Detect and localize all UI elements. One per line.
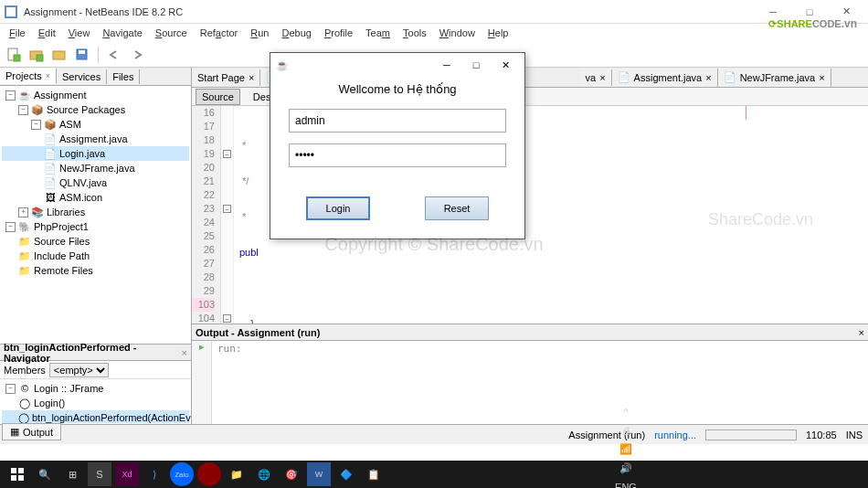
tray-up-icon[interactable]: ^ [623,407,628,418]
run-icon[interactable]: ▸ [192,341,211,357]
tab-files[interactable]: Files [107,69,140,84]
sublime-icon[interactable]: S [88,462,111,486]
output-icon: ▦ [10,426,19,438]
java-icon: 📄 [44,133,57,145]
svg-rect-8 [79,50,85,54]
tree-php-source[interactable]: 📁Source Files [2,234,189,249]
members-select[interactable]: <empty> [49,363,109,377]
password-input[interactable] [289,143,506,167]
tree-file-assigment[interactable]: 📄Assigment.java [2,132,189,146]
save-all-button[interactable] [72,45,92,65]
tree-node-assignment[interactable]: −☕Assignment [2,88,189,102]
tray-wifi-icon[interactable]: 📶 [619,443,632,455]
output-mini-tab[interactable]: ▦Output [2,423,61,440]
class-icon: © [18,382,31,395]
new-project-button[interactable] [26,45,47,65]
login-button[interactable]: Login [306,196,370,220]
menu-view[interactable]: View [63,26,96,40]
tree-php-remote[interactable]: 📁Remote Files [2,263,189,278]
taskview-button[interactable]: ⊞ [60,462,84,486]
tray-volume-icon[interactable]: 🔊 [619,462,632,474]
taskbar: 🔍 ⊞ S Xd ⟩ Zalo 📁 🌐 🎯 W 🔷 📋 ^ 🖨 📶 🔊 ENG … [0,461,868,488]
undo-button[interactable] [104,45,124,65]
vscode-icon[interactable]: ⟩ [143,462,166,486]
tree-php-include[interactable]: 📁Include Path [2,249,189,263]
menu-refactor[interactable]: Refactor [195,26,244,40]
etab-newjframe[interactable]: 📄NewJFrame.java× [718,69,831,87]
menu-file[interactable]: File [4,26,31,40]
java-icon: 📄 [724,71,736,84]
menu-source[interactable]: Source [150,26,193,40]
username-input[interactable] [289,109,506,133]
tab-projects[interactable]: Projects× [0,69,57,84]
open-button[interactable] [49,45,69,65]
reset-button[interactable]: Reset [425,196,489,220]
project-tree[interactable]: −☕Assignment −📦Source Packages −📦ASM 📄As… [0,86,191,344]
tree-file-asmicon[interactable]: 🖼ASM.icon [2,190,189,205]
php-icon: 🐘 [18,220,31,233]
titlebar: Assignment - NetBeans IDE 8.2 RC ─ □ ✕ [0,0,868,24]
chrome-icon[interactable]: 🎯 [280,462,303,486]
menu-window[interactable]: Window [434,26,481,40]
fold-gutter[interactable]: −−− [221,106,234,324]
tab-services[interactable]: Services [57,69,107,84]
method-icon: ◯ [18,411,29,423]
redo-button[interactable] [127,45,147,65]
projects-panel-tabs: Projects× Services Files [0,68,191,86]
etab-startpage[interactable]: Start Page× [192,69,260,86]
close-icon[interactable]: × [859,327,864,338]
start-button[interactable] [5,462,29,486]
close-icon[interactable]: × [46,71,50,80]
tree-node-asm[interactable]: −📦ASM [2,117,189,132]
image-icon: 🖼 [44,191,57,204]
menu-navigate[interactable]: Navigate [97,26,147,40]
line-gutter: 1617181920212223242526272829103104105106… [192,106,221,324]
menu-tools[interactable]: Tools [397,26,432,40]
menu-debug[interactable]: Debug [276,26,316,40]
svg-rect-5 [37,55,43,61]
tree-node-libraries[interactable]: +📚Libraries [2,205,189,219]
navigator-members-row: Members <empty> [0,361,191,379]
dialog-heading: Wellcome to Hệ thống [289,82,506,96]
menu-team[interactable]: Team [360,26,396,40]
package-icon: 📦 [44,118,57,131]
tree-file-qlnv[interactable]: 📄QLNV.java [2,175,189,190]
library-icon: 📚 [31,206,44,218]
app2-icon[interactable]: 📋 [362,462,386,486]
java-icon: 📄 [44,162,57,175]
search-button[interactable]: 🔍 [33,462,57,486]
tray-printer-icon[interactable]: 🖨 [621,425,631,436]
nav-method-login[interactable]: ◯Login() [2,396,189,410]
edge-icon[interactable]: 🌐 [252,462,276,486]
svg-rect-10 [18,468,24,473]
output-header: Output - Assignment (run)× [192,324,868,341]
xd-icon[interactable]: Xd [115,462,139,486]
netbeans-icon[interactable]: 🔷 [334,462,358,486]
dialog-maximize-button[interactable]: □ [462,55,490,75]
svg-rect-12 [18,475,24,481]
tree-file-newjframe[interactable]: 📄NewJFrame.java [2,161,189,175]
new-file-button[interactable] [4,45,24,65]
tree-node-source-packages[interactable]: −📦Source Packages [2,102,189,117]
dialog-close-button[interactable]: ✕ [492,55,519,75]
etab-va[interactable]: va× [580,69,612,86]
nav-method-action[interactable]: ◯btn_loginActionPerformed(ActionEvent ev… [2,410,189,423]
nav-class[interactable]: −©Login :: JFrame [2,381,189,396]
app-icon [4,5,18,19]
menu-profile[interactable]: Profile [319,26,358,40]
close-icon[interactable]: × [182,347,187,358]
menu-help[interactable]: Help [482,26,514,40]
menu-run[interactable]: Run [245,26,274,40]
dialog-minimize-button[interactable]: ─ [433,55,460,75]
tree-node-phpproject[interactable]: −🐘PhpProject1 [2,219,189,234]
folder-icon: 📁 [18,264,31,277]
word-icon[interactable]: W [307,462,331,486]
etab-assigment[interactable]: 📄Assigment.java× [612,69,718,87]
tree-file-login[interactable]: 📄Login.java [2,146,189,161]
app-icon[interactable] [197,462,221,486]
menu-edit[interactable]: Edit [33,26,61,40]
subtab-source[interactable]: Source [196,89,240,105]
tray-lang[interactable]: ENG [615,482,637,488]
explorer-icon[interactable]: 📁 [225,462,249,486]
zalo-icon[interactable]: Zalo [170,462,194,486]
